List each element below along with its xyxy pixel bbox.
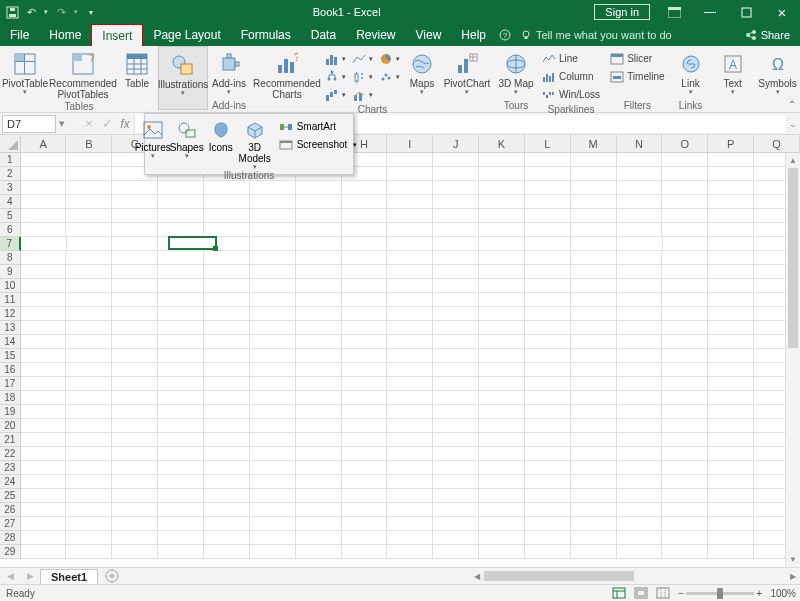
cell[interactable] xyxy=(387,503,433,517)
cell[interactable] xyxy=(204,433,250,447)
pivottable-button[interactable]: PivotTable▾ xyxy=(3,48,47,95)
menu-help[interactable]: Help xyxy=(451,24,496,46)
cell[interactable] xyxy=(21,489,67,503)
menu-review[interactable]: Review xyxy=(346,24,405,46)
cell[interactable] xyxy=(204,489,250,503)
cell[interactable] xyxy=(112,335,158,349)
select-all-button[interactable] xyxy=(0,135,21,152)
cell[interactable] xyxy=(571,405,617,419)
icons-button[interactable]: Icons xyxy=(204,116,238,153)
cell[interactable] xyxy=(296,307,342,321)
cell[interactable] xyxy=(525,181,571,195)
text-button[interactable]: A Text▾ xyxy=(715,48,751,95)
cell[interactable] xyxy=(525,503,571,517)
cell[interactable] xyxy=(525,363,571,377)
minimize-button[interactable]: — xyxy=(692,0,728,24)
shapes-button[interactable]: Shapes▾ xyxy=(170,116,204,159)
column-header[interactable]: P xyxy=(708,135,754,152)
cell[interactable] xyxy=(66,321,112,335)
cell[interactable] xyxy=(571,461,617,475)
cell[interactable] xyxy=(479,531,525,545)
cell[interactable] xyxy=(708,195,754,209)
cell[interactable] xyxy=(708,391,754,405)
cell[interactable] xyxy=(296,419,342,433)
cell[interactable] xyxy=(708,461,754,475)
redo-icon[interactable]: ↷ xyxy=(53,4,69,20)
row-header[interactable]: 21 xyxy=(0,433,21,447)
cell[interactable] xyxy=(296,293,342,307)
row-header[interactable]: 12 xyxy=(0,307,21,321)
cell[interactable] xyxy=(387,377,433,391)
cell[interactable] xyxy=(617,195,663,209)
timeline-button[interactable]: Timeline xyxy=(608,68,666,85)
column-header[interactable]: A xyxy=(21,135,67,152)
cell[interactable] xyxy=(112,475,158,489)
cell[interactable] xyxy=(479,349,525,363)
cell[interactable] xyxy=(708,279,754,293)
cell[interactable] xyxy=(617,475,663,489)
close-button[interactable]: × xyxy=(764,0,800,24)
cell[interactable] xyxy=(158,335,204,349)
menu-home[interactable]: Home xyxy=(39,24,91,46)
cell[interactable] xyxy=(662,223,708,237)
cell[interactable] xyxy=(662,195,708,209)
cell[interactable] xyxy=(158,209,204,223)
undo-icon[interactable]: ↶ xyxy=(23,4,39,20)
cell[interactable] xyxy=(571,503,617,517)
cell[interactable] xyxy=(158,489,204,503)
cell[interactable] xyxy=(66,503,112,517)
cell[interactable] xyxy=(158,349,204,363)
cell[interactable] xyxy=(525,251,571,265)
cell[interactable] xyxy=(387,447,433,461)
cell[interactable] xyxy=(66,293,112,307)
signin-button[interactable]: Sign in xyxy=(594,4,650,20)
cell[interactable] xyxy=(21,405,67,419)
cell[interactable] xyxy=(617,307,663,321)
cell[interactable] xyxy=(296,461,342,475)
row-header[interactable]: 1 xyxy=(0,153,21,167)
cell[interactable] xyxy=(250,503,296,517)
cell[interactable] xyxy=(387,531,433,545)
cell[interactable] xyxy=(571,391,617,405)
cell[interactable] xyxy=(387,405,433,419)
cell[interactable] xyxy=(433,475,479,489)
cell[interactable] xyxy=(66,475,112,489)
cell[interactable] xyxy=(158,391,204,405)
cell[interactable] xyxy=(21,475,67,489)
row-header[interactable]: 4 xyxy=(0,195,21,209)
cell[interactable] xyxy=(387,433,433,447)
cell[interactable] xyxy=(112,349,158,363)
cell[interactable] xyxy=(571,377,617,391)
column-header[interactable]: Q xyxy=(754,135,800,152)
cell[interactable] xyxy=(204,307,250,321)
cell[interactable] xyxy=(21,419,67,433)
cell[interactable] xyxy=(708,251,754,265)
cell[interactable] xyxy=(571,293,617,307)
cell[interactable] xyxy=(387,223,433,237)
cell[interactable] xyxy=(67,237,113,251)
cell[interactable] xyxy=(112,433,158,447)
cell[interactable] xyxy=(250,251,296,265)
cell[interactable] xyxy=(571,321,617,335)
cell[interactable] xyxy=(662,391,708,405)
cell[interactable] xyxy=(66,349,112,363)
cell[interactable] xyxy=(617,237,663,251)
cell[interactable] xyxy=(66,335,112,349)
sheet-nav-prev-icon[interactable]: ◀ xyxy=(0,571,20,581)
cell[interactable] xyxy=(342,335,388,349)
cell[interactable] xyxy=(342,321,388,335)
cell[interactable] xyxy=(662,321,708,335)
cell[interactable] xyxy=(571,517,617,531)
cell[interactable] xyxy=(112,545,158,559)
cell[interactable] xyxy=(21,237,67,251)
cell[interactable] xyxy=(296,265,342,279)
cell[interactable] xyxy=(662,433,708,447)
cell[interactable] xyxy=(112,265,158,279)
cell[interactable] xyxy=(296,237,342,251)
cell[interactable] xyxy=(296,545,342,559)
cell[interactable] xyxy=(204,447,250,461)
cell[interactable] xyxy=(525,545,571,559)
cell[interactable] xyxy=(296,391,342,405)
cell[interactable] xyxy=(525,433,571,447)
cell[interactable] xyxy=(158,195,204,209)
